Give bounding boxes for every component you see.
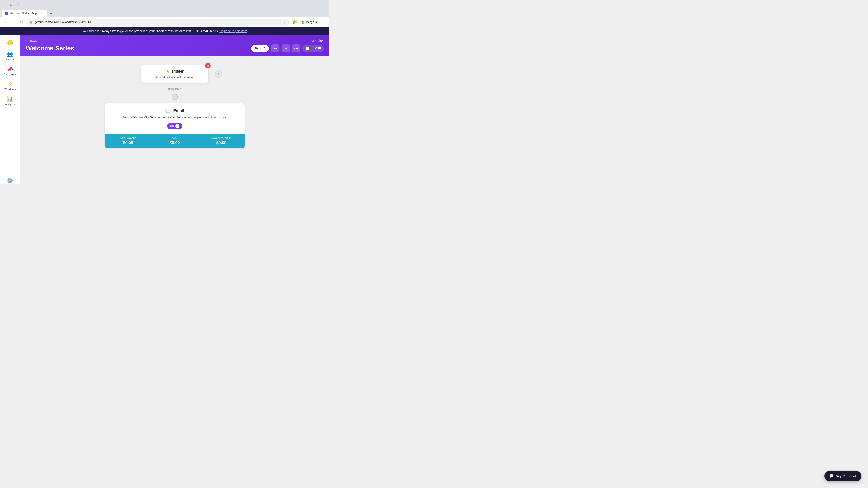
- todo-button[interactable]: To-do: 0: [251, 45, 269, 52]
- aov-value: $0.00: [154, 140, 195, 145]
- undo-button[interactable]: ↩: [271, 44, 279, 53]
- trigger-description: Subscribed to email marketing: [147, 76, 203, 79]
- incognito-label: Incognito: [306, 21, 317, 24]
- connector-line-3: [175, 100, 175, 103]
- trigger-title: Trigger: [171, 69, 184, 73]
- back-label: Back: [30, 39, 37, 42]
- sidebar-item-campaigns[interactable]: 📣 Campaigns: [1, 64, 19, 78]
- trigger-card[interactable]: ★ Trigger Subscribed to email marketing …: [141, 65, 209, 83]
- header-top: ← Back Moodjoy: [26, 39, 324, 42]
- settings-icon: ⚙️: [7, 178, 13, 184]
- stat-aov: AOV $0.00: [151, 134, 198, 148]
- email-header-row: ✉️ Email: [110, 108, 239, 113]
- extensions-btn[interactable]: 🧩: [291, 19, 298, 26]
- add-step-button[interactable]: +: [172, 94, 178, 100]
- triggered-count: 0 triggered: [168, 88, 181, 91]
- header-bottom: Welcome Series To-do: 0 ↩ ↪ ••• OFF: [26, 44, 324, 53]
- account-name: Moodjoy: [311, 39, 324, 42]
- forward-nav-btn[interactable]: →: [10, 19, 16, 25]
- aov-label: AOV: [154, 136, 195, 140]
- trigger-close-button[interactable]: ×: [205, 63, 211, 68]
- trigger-star-icon: ★: [166, 69, 169, 74]
- workflow-title: Welcome Series: [26, 45, 74, 52]
- email-stats-row: Total revenue $0.00 AOV $0.00 Revenue/Pe…: [105, 134, 245, 148]
- email-description: Send "Welcome #1 - Tell your new subscri…: [110, 115, 239, 120]
- app-layout: 🙂 👥 People 📣 Campaigns ⚡ Workflows 📊 Ana…: [0, 35, 329, 184]
- connector-line-2: [175, 91, 175, 94]
- browser-titlebar: — □ ✕: [0, 0, 329, 9]
- email-title: Email: [173, 108, 184, 113]
- sidebar-item-home[interactable]: 🙂: [1, 37, 19, 48]
- tab-favicon: D: [4, 12, 8, 15]
- incognito-badge: 🕵️ Incognito: [299, 20, 319, 24]
- maximize-btn[interactable]: □: [8, 2, 14, 7]
- tab-close-btn[interactable]: ✕: [40, 11, 44, 15]
- menu-btn[interactable]: ⋮: [320, 19, 327, 26]
- refresh-btn[interactable]: ↻: [18, 19, 24, 25]
- bookmark-icon: ☆: [283, 20, 286, 24]
- workflows-label: Workflows: [4, 88, 16, 91]
- total-revenue-label: Total revenue: [107, 136, 149, 140]
- sidebar-item-settings[interactable]: ⚙️ Settings: [1, 175, 19, 184]
- email-card-body: ✉️ Email Send "Welcome #1 - Tell your ne…: [105, 103, 245, 134]
- back-arrow-icon: ←: [26, 39, 29, 42]
- workflow-canvas: ★ Trigger Subscribed to email marketing …: [20, 56, 329, 184]
- minimize-btn[interactable]: —: [2, 2, 7, 7]
- people-icon: 👥: [7, 51, 13, 57]
- sidebar-item-workflows[interactable]: ⚡ Workflows: [1, 78, 19, 93]
- tab-title: Welcome Series · Drip: [10, 12, 38, 15]
- sidebar-item-analytics[interactable]: 📊 Analytics: [1, 93, 19, 108]
- address-text: getdrip.com/7641396/workflows/516121561: [35, 20, 282, 24]
- connector-line-1: [175, 83, 175, 88]
- header-actions: To-do: 0 ↩ ↪ ••• OFF: [251, 44, 324, 53]
- sidebar-item-people[interactable]: 👥 People: [1, 48, 19, 64]
- stat-revenue-person: Revenue/Person $0.00: [198, 134, 245, 148]
- back-link[interactable]: ← Back: [26, 39, 37, 42]
- on-toggle-thumb: [176, 124, 180, 128]
- trial-limit: 100 email sends.: [195, 29, 219, 33]
- new-tab-btn[interactable]: +: [48, 10, 54, 17]
- email-on-toggle[interactable]: ON: [167, 123, 182, 129]
- campaigns-icon: 📣: [7, 66, 13, 72]
- page-header: ← Back Moodjoy Welcome Series To-do: 0 ↩…: [20, 35, 329, 56]
- redo-button[interactable]: ↪: [282, 44, 290, 53]
- browser-right-controls: 🧩 🕵️ Incognito ⋮: [291, 19, 327, 26]
- add-parallel-btn[interactable]: +: [215, 70, 222, 78]
- trial-days: 14 days left: [100, 29, 116, 33]
- email-envelope-icon: ✉️: [165, 108, 171, 113]
- campaigns-label: Campaigns: [4, 73, 17, 76]
- trigger-node: ★ Trigger Subscribed to email marketing …: [141, 65, 209, 83]
- upgrade-link[interactable]: Upgrade to paid now: [219, 29, 247, 33]
- window-controls: — □ ✕: [2, 2, 21, 7]
- toggle-track[interactable]: [305, 46, 313, 51]
- address-input[interactable]: 🔒 getdrip.com/7641396/workflows/51612156…: [26, 19, 289, 26]
- stat-total-revenue: Total revenue $0.00: [105, 134, 151, 148]
- tab-bar: D Welcome Series · Drip ✕ +: [0, 9, 329, 17]
- browser-chrome: — □ ✕ D Welcome Series · Drip ✕ + ← → ↻ …: [0, 0, 329, 27]
- workflows-icon: ⚡: [7, 81, 13, 87]
- back-nav-btn[interactable]: ←: [2, 19, 8, 25]
- more-options-button[interactable]: •••: [292, 44, 300, 53]
- address-bar-container: ← → ↻ 🔒 getdrip.com/7641396/workflows/51…: [0, 17, 329, 27]
- lock-icon: 🔒: [29, 20, 33, 24]
- close-btn[interactable]: ✕: [16, 2, 21, 7]
- on-toggle-label: ON: [170, 125, 174, 128]
- trigger-header: ★ Trigger: [147, 69, 203, 74]
- analytics-icon: 📊: [7, 96, 13, 102]
- revenue-person-label: Revenue/Person: [201, 136, 242, 140]
- trial-banner: Your trial has 14 days left to go. All t…: [0, 27, 329, 35]
- trial-text-middle: to go. All the power is at your fingerti…: [117, 29, 195, 33]
- people-label: People: [6, 58, 14, 61]
- main-content: ← Back Moodjoy Welcome Series To-do: 0 ↩…: [20, 35, 329, 184]
- trial-text-before: Your trial has: [83, 29, 100, 33]
- sidebar: 🙂 👥 People 📣 Campaigns ⚡ Workflows 📊 Ana…: [0, 35, 20, 184]
- total-revenue-value: $0.00: [107, 140, 149, 145]
- toggle-label: OFF: [315, 47, 321, 50]
- email-card[interactable]: ✉️ Email Send "Welcome #1 - Tell your ne…: [105, 103, 245, 148]
- workflow-toggle[interactable]: OFF: [303, 45, 324, 52]
- home-icon: 🙂: [7, 40, 13, 46]
- revenue-person-value: $0.00: [201, 140, 242, 145]
- active-tab[interactable]: D Welcome Series · Drip ✕: [2, 10, 47, 17]
- workflow-canvas-area: ★ Trigger Subscribed to email marketing …: [20, 56, 329, 184]
- analytics-label: Analytics: [5, 103, 15, 105]
